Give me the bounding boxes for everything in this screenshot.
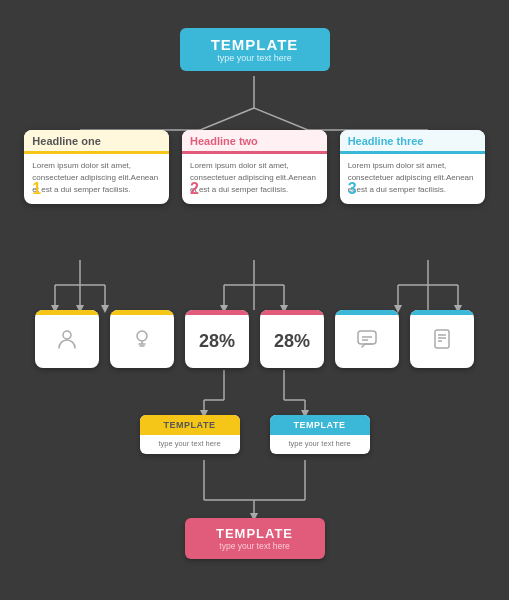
small-template-right-body: type your text here — [270, 435, 370, 454]
headline-card-2-header: Headline two — [182, 130, 327, 154]
headline-card-2-number: 2 — [190, 180, 199, 198]
bulb-icon — [131, 328, 153, 355]
top-template-title: TEMPLATE — [192, 36, 318, 53]
bottom-pink-template: TEMPLATE type your text here — [185, 518, 325, 559]
person-icon — [56, 328, 78, 355]
bottom-pink-subtitle: type your text here — [197, 541, 313, 551]
headline-card-1-header: Headline one — [24, 130, 169, 154]
svg-point-40 — [137, 331, 147, 341]
headline-card-3-body: Lorem ipsum dolor sit amet, consectetuer… — [340, 154, 485, 204]
chat-icon — [356, 328, 378, 355]
small-template-left-header: TEMPLATE — [140, 415, 240, 435]
percent2-value: 28% — [274, 331, 310, 352]
headline-card-1-number: 1 — [32, 180, 41, 198]
small-template-right: TEMPLATE type your text here — [270, 415, 370, 454]
icon-box-percent2: 28% — [260, 310, 324, 368]
connector-lines — [0, 0, 509, 600]
headline-card-2-body: Lorem ipsum dolor sit amet, consectetuer… — [182, 154, 327, 204]
headline-card-2: Headline two Lorem ipsum dolor sit amet,… — [182, 130, 327, 204]
headline-card-3: Headline three Lorem ipsum dolor sit ame… — [340, 130, 485, 204]
bottom-row: TEMPLATE type your text here TEMPLATE ty… — [140, 415, 370, 454]
headline-card-3-number: 3 — [348, 180, 357, 198]
infographic: TEMPLATE type your text here Headline on… — [0, 0, 509, 600]
icon-box-chat — [335, 310, 399, 368]
icon-box-percent1: 28% — [185, 310, 249, 368]
svg-rect-45 — [435, 330, 449, 348]
icon-box-bulb — [110, 310, 174, 368]
headline-card-3-header: Headline three — [340, 130, 485, 154]
icon-box-person — [35, 310, 99, 368]
svg-point-39 — [63, 331, 71, 339]
bottom-pink-title: TEMPLATE — [197, 526, 313, 541]
doc-icon — [431, 328, 453, 355]
small-template-right-header: TEMPLATE — [270, 415, 370, 435]
headline-card-1-body: Lorem ipsum dolor sit amet, consectetuer… — [24, 154, 169, 204]
small-template-left-body: type your text here — [140, 435, 240, 454]
top-template-subtitle: type your text here — [192, 53, 318, 63]
icon-box-doc — [410, 310, 474, 368]
top-template-box: TEMPLATE type your text here — [180, 28, 330, 71]
small-template-left: TEMPLATE type your text here — [140, 415, 240, 454]
headline-card-1: Headline one Lorem ipsum dolor sit amet,… — [24, 130, 169, 204]
icon-row: 28% 28% — [0, 310, 509, 368]
headline-row: Headline one Lorem ipsum dolor sit amet,… — [0, 130, 509, 204]
percent1-value: 28% — [199, 331, 235, 352]
